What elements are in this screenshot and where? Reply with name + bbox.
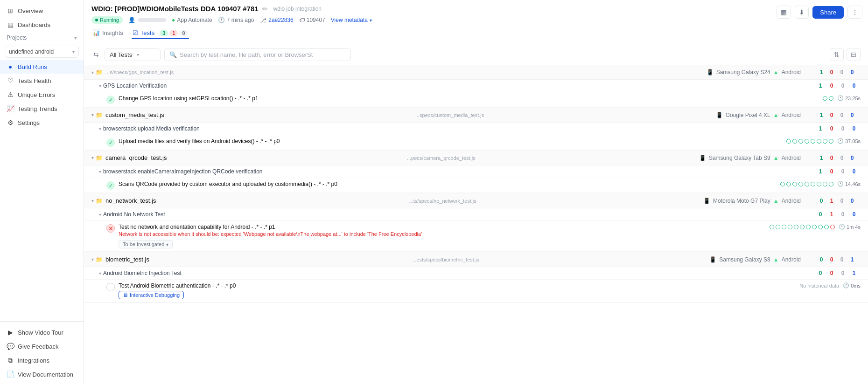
gps-suite-green: 1 [816,82,825,89]
camera-device-icon: 📱 [699,155,706,161]
grid-view-button[interactable]: ▦ [777,6,791,19]
bio-file-icon: 📁 [96,256,103,263]
download-button[interactable]: ⬇ [795,6,809,19]
media-android-icon: ▲ [773,112,779,118]
share-button[interactable]: Share [812,6,844,19]
dot-1 [786,139,791,144]
no-network-file-path: ...ts/specs/no_network_test.js [409,198,704,204]
interactive-debugging-button[interactable]: 🖥 Interactive Debugging [119,291,184,299]
sidebar-item-integrations[interactable]: ⧉ Integrations [0,353,84,367]
suite-row-bio[interactable]: ▾ Android Biometric Injection Test 0 0 0… [84,267,868,280]
suite-row-qr[interactable]: ▾ browserstack.enableCameraImageInjectio… [84,165,868,178]
camera-device-os: Android [782,155,801,161]
qr-duration: 🕐 14.46s [837,181,861,187]
media-duration-val: 37.05s [845,138,861,144]
gps-collapse-icon: ▾ [91,70,94,75]
suite-row-gps-verify[interactable]: ▾ GPS Location Verification 1 0 0 0 [84,80,868,92]
test-row-bio-1: Test Android Biometric authentication - … [84,280,868,302]
view-metadata-btn[interactable]: View metadata ▾ [331,17,372,23]
dot-7 [817,182,821,186]
sidebar-item-build-runs-label: Build Runs [18,63,47,70]
sidebar-item-settings[interactable]: ⚙ Settings [0,116,84,130]
edit-icon[interactable]: ✏ [262,5,268,13]
group-header-custom-media[interactable]: ▾ 📁 custom_media_test.js ...specs/custom… [84,108,868,123]
qr-duration-val: 14.46s [845,181,861,187]
clock-icon: 🕐 [843,282,849,289]
bio-test-status-skip [106,283,115,291]
no-net-suite-title: Android No Network Test [103,211,816,218]
sidebar-item-build-runs[interactable]: ● Build Runs [0,60,84,74]
qr-suite-counts: 1 0 0 0 [816,168,859,175]
dot-9 [818,225,823,229]
time-label: 7 mins ago [227,17,254,23]
media-device: 📱 Google Pixel 4 XL ▲ Android [716,112,801,118]
no-net-suite-counts: 0 1 0 0 [816,211,859,218]
filter-dropdown[interactable]: All Tests ▾ [105,48,161,61]
search-input[interactable] [180,51,346,58]
sidebar-item-view-documentation[interactable]: 📄 View Documentation [0,367,84,381]
group-header-camera[interactable]: ▾ 📁 camera_qrcode_test.js ...pecs/camera… [84,151,868,165]
test-row-qr-1: ✓ Scans QRCode provided by custom execut… [84,178,868,193]
qr-test-content: Scans QRCode provided by custom executor… [119,181,780,187]
group-header-no-network[interactable]: ▾ 📁 no_network_test.js ...ts/specs/no_ne… [84,193,868,208]
tab-insights[interactable]: 📊 Insights [91,28,124,39]
more-actions-button[interactable]: ⋮ [847,6,862,19]
sidebar-item-overview[interactable]: ⊞ Overview [0,4,84,18]
header-tabs: 📊 Insights ☑ Tests 3 1 0 [91,28,861,39]
sidebar-item-testing-trends[interactable]: 📈 Testing Trends [0,102,84,116]
sidebar-item-show-video-tour[interactable]: ▶ Show Video Tour [0,325,84,339]
no-network-device-os: Android [782,198,801,204]
view-docs-icon: 📄 [7,371,14,378]
investigate-button[interactable]: To be Investigated ▾ [119,240,173,248]
group-header-biometric[interactable]: ▾ 📁 biometric_test.js ...ests/specs/biom… [84,252,868,267]
qr-run-dots [780,182,833,186]
no-network-test-name: Test no network and orientation capabili… [119,224,770,230]
gps-suite-gray: 0 [838,82,847,89]
suite-row-upload-media[interactable]: ▾ browserstack.upload Media verification… [84,123,868,135]
gps-count-gray: 0 [837,69,847,76]
collapse-all-button[interactable]: ⇆ [91,49,101,60]
gps-device-os: Android [782,69,801,76]
sidebar-item-give-feedback[interactable]: 💬 Give Feedback [0,339,84,353]
no-network-test-content: Test no network and orientation capabili… [119,224,770,248]
bio-test-content: Test Android Biometric authentication - … [119,282,799,299]
bio-device-os: Android [782,256,801,263]
debug-monitor-icon: 🖥 [123,292,128,298]
sidebar-item-tests-health[interactable]: ♡ Tests Health [0,74,84,88]
suite-row-no-network[interactable]: ▾ Android No Network Test 0 1 0 0 [84,208,868,221]
project-selector[interactable]: undefined android ▾ [5,46,79,58]
no-network-duration-val: 1m 4s [847,224,861,230]
no-network-test-right: 🕐 1m 4s [770,224,861,230]
gps-suite-blue: 0 [849,82,859,89]
header-title-row: WDIO: [PROD]WDIOMobileTests DDA 109407 #… [91,5,861,13]
no-network-group-title: no_network_test.js [105,197,400,204]
no-network-counts: 0 1 0 0 [810,198,857,204]
tests-tab-icon: ☑ [133,29,138,36]
group-header-gps[interactable]: ▾ 📁 ...s/specs/gps_location_test.js 📱 Sa… [84,65,868,80]
sidebar-item-video-tour-label: Show Video Tour [18,329,63,336]
test-row-no-network-1: ✕ Test no network and orientation capabi… [84,221,868,252]
gps-suite-title: GPS Location Verification [103,82,816,89]
media-file-icon: 📁 [96,112,103,118]
search-box[interactable]: 🔍 [164,48,351,61]
status-dot [95,19,98,21]
sidebar-item-unique-errors-label: Unique Errors [18,91,55,98]
sort-button[interactable]: ⇅ [830,48,844,61]
sidebar-item-dashboards-label: Dashboards [18,21,50,28]
commit-hash: 2ae22836 [268,17,293,23]
sidebar-item-dashboards[interactable]: ▦ Dashboards [0,18,84,32]
gps-device: 📱 Samsung Galaxy S24 ▲ Android [707,69,801,76]
clock-icon: 🕐 [839,224,845,230]
no-network-run-dots [770,225,835,229]
tab-tests[interactable]: ☑ Tests 3 1 0 [132,28,189,39]
tests-content: ▾ 📁 ...s/specs/gps_location_test.js 📱 Sa… [84,65,868,385]
sidebar-item-unique-errors[interactable]: ⚠ Unique Errors [0,88,84,102]
projects-section[interactable]: Projects ▾ [0,32,84,44]
gps-test-name: Change GPS location using setGPSLocation… [119,95,823,102]
dot-2 [776,225,780,229]
camera-collapse-icon: ▾ [91,155,94,160]
gps-duration-val: 23.25s [845,96,861,101]
filter-button[interactable]: ⊟ [847,48,861,61]
camera-device-name: Samsung Galaxy Tab S9 [709,155,770,161]
media-run-dots [786,139,833,144]
